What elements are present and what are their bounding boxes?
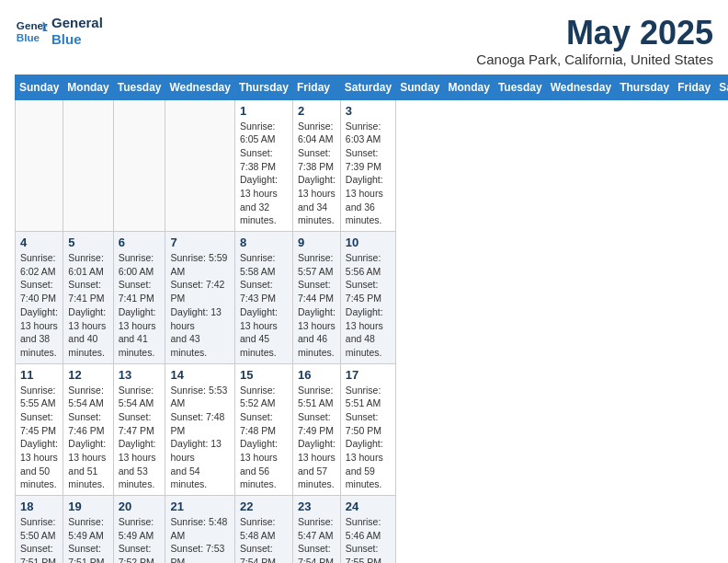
day-info: Sunrise: 5:50 AM Sunset: 7:51 PM Dayligh… — [20, 515, 58, 563]
calendar-day: 4Sunrise: 6:02 AM Sunset: 7:40 PM Daylig… — [16, 232, 63, 364]
day-info: Sunrise: 6:01 AM Sunset: 7:41 PM Dayligh… — [68, 251, 108, 360]
day-number: 10 — [346, 236, 391, 249]
day-info: Sunrise: 5:58 AM Sunset: 7:43 PM Dayligh… — [240, 251, 288, 360]
calendar-day: 10Sunrise: 5:56 AM Sunset: 7:45 PM Dayli… — [340, 232, 395, 364]
col-header-sunday: Sunday — [396, 75, 444, 99]
day-info: Sunrise: 6:02 AM Sunset: 7:40 PM Dayligh… — [20, 251, 58, 360]
calendar-day — [113, 99, 165, 232]
calendar-day: 6Sunrise: 6:00 AM Sunset: 7:41 PM Daylig… — [113, 232, 165, 364]
calendar-day — [63, 99, 113, 232]
calendar-table: SundayMondayTuesdayWednesdayThursdayFrid… — [15, 75, 728, 563]
calendar-day: 1Sunrise: 6:05 AM Sunset: 7:38 PM Daylig… — [234, 99, 292, 232]
day-info: Sunrise: 5:57 AM Sunset: 7:44 PM Dayligh… — [298, 251, 336, 360]
day-number: 22 — [240, 500, 288, 513]
calendar-day: 11Sunrise: 5:55 AM Sunset: 7:45 PM Dayli… — [16, 363, 63, 496]
header-tuesday: Tuesday — [113, 75, 165, 99]
day-info: Sunrise: 5:56 AM Sunset: 7:45 PM Dayligh… — [346, 251, 391, 360]
calendar-day — [16, 99, 63, 232]
day-number: 16 — [298, 368, 336, 382]
header-saturday: Saturday — [340, 75, 395, 99]
calendar-day: 19Sunrise: 5:49 AM Sunset: 7:51 PM Dayli… — [63, 496, 113, 563]
day-number: 6 — [119, 236, 161, 249]
calendar-day: 3Sunrise: 6:03 AM Sunset: 7:39 PM Daylig… — [340, 99, 395, 232]
calendar-day: 12Sunrise: 5:54 AM Sunset: 7:46 PM Dayli… — [63, 363, 113, 496]
calendar-day: 5Sunrise: 6:01 AM Sunset: 7:41 PM Daylig… — [63, 232, 113, 364]
day-info: Sunrise: 5:49 AM Sunset: 7:52 PM Dayligh… — [119, 515, 161, 563]
logo: General Blue General Blue — [15, 15, 103, 48]
day-number: 7 — [170, 236, 229, 249]
month-title: May 2025 — [476, 15, 713, 52]
location: Canoga Park, California, United States — [476, 52, 713, 67]
day-info: Sunrise: 5:54 AM Sunset: 7:46 PM Dayligh… — [68, 384, 108, 492]
day-info: Sunrise: 6:04 AM Sunset: 7:38 PM Dayligh… — [298, 120, 336, 228]
calendar-day: 8Sunrise: 5:58 AM Sunset: 7:43 PM Daylig… — [234, 232, 292, 364]
calendar-week-3: 11Sunrise: 5:55 AM Sunset: 7:45 PM Dayli… — [16, 363, 729, 496]
header-sunday: Sunday — [16, 75, 63, 99]
day-number: 24 — [346, 500, 391, 513]
header-monday: Monday — [63, 75, 113, 99]
col-header-thursday: Thursday — [616, 75, 674, 99]
day-number: 12 — [68, 368, 108, 382]
calendar-week-2: 4Sunrise: 6:02 AM Sunset: 7:40 PM Daylig… — [16, 232, 729, 364]
col-header-friday: Friday — [674, 75, 715, 99]
calendar-day: 2Sunrise: 6:04 AM Sunset: 7:38 PM Daylig… — [292, 99, 340, 232]
day-info: Sunrise: 5:55 AM Sunset: 7:45 PM Dayligh… — [20, 384, 58, 492]
calendar-day: 7Sunrise: 5:59 AM Sunset: 7:42 PM Daylig… — [165, 232, 234, 364]
day-number: 3 — [346, 104, 391, 118]
day-info: Sunrise: 5:46 AM Sunset: 7:55 PM Dayligh… — [346, 515, 391, 563]
calendar-day: 22Sunrise: 5:48 AM Sunset: 7:54 PM Dayli… — [234, 496, 292, 563]
header-wednesday: Wednesday — [165, 75, 234, 99]
calendar-day: 13Sunrise: 5:54 AM Sunset: 7:47 PM Dayli… — [113, 363, 165, 496]
calendar-header-row: SundayMondayTuesdayWednesdayThursdayFrid… — [16, 75, 729, 99]
calendar-week-1: 1Sunrise: 6:05 AM Sunset: 7:38 PM Daylig… — [16, 99, 729, 232]
day-info: Sunrise: 5:59 AM Sunset: 7:42 PM Dayligh… — [170, 251, 229, 360]
day-number: 15 — [240, 368, 288, 382]
header-friday: Friday — [292, 75, 340, 99]
col-header-monday: Monday — [444, 75, 494, 99]
day-info: Sunrise: 6:00 AM Sunset: 7:41 PM Dayligh… — [119, 251, 161, 360]
day-info: Sunrise: 5:49 AM Sunset: 7:51 PM Dayligh… — [68, 515, 108, 563]
day-info: Sunrise: 6:05 AM Sunset: 7:38 PM Dayligh… — [240, 120, 288, 228]
day-number: 20 — [119, 500, 161, 513]
day-number: 11 — [20, 368, 58, 382]
calendar-day: 16Sunrise: 5:51 AM Sunset: 7:49 PM Dayli… — [292, 363, 340, 496]
title-area: May 2025 Canoga Park, California, United… — [476, 15, 713, 67]
day-info: Sunrise: 6:03 AM Sunset: 7:39 PM Dayligh… — [346, 120, 391, 228]
calendar-week-4: 18Sunrise: 5:50 AM Sunset: 7:51 PM Dayli… — [16, 496, 729, 563]
day-info: Sunrise: 5:54 AM Sunset: 7:47 PM Dayligh… — [119, 384, 161, 492]
day-number: 21 — [170, 500, 229, 513]
day-number: 5 — [68, 236, 108, 249]
day-info: Sunrise: 5:53 AM Sunset: 7:48 PM Dayligh… — [170, 384, 229, 492]
calendar-day: 14Sunrise: 5:53 AM Sunset: 7:48 PM Dayli… — [165, 363, 234, 496]
day-number: 2 — [298, 104, 336, 118]
calendar-day: 18Sunrise: 5:50 AM Sunset: 7:51 PM Dayli… — [16, 496, 63, 563]
day-number: 14 — [170, 368, 229, 382]
day-number: 8 — [240, 236, 288, 249]
day-info: Sunrise: 5:47 AM Sunset: 7:54 PM Dayligh… — [298, 515, 336, 563]
calendar-day: 9Sunrise: 5:57 AM Sunset: 7:44 PM Daylig… — [292, 232, 340, 364]
header-thursday: Thursday — [234, 75, 292, 99]
day-info: Sunrise: 5:48 AM Sunset: 7:54 PM Dayligh… — [240, 515, 288, 563]
calendar-day: 24Sunrise: 5:46 AM Sunset: 7:55 PM Dayli… — [340, 496, 395, 563]
calendar-day — [165, 99, 234, 232]
page-header: General Blue General Blue May 2025 Canog… — [15, 15, 713, 67]
calendar-day: 23Sunrise: 5:47 AM Sunset: 7:54 PM Dayli… — [292, 496, 340, 563]
day-number: 9 — [298, 236, 336, 249]
svg-text:Blue: Blue — [17, 31, 40, 43]
day-number: 13 — [119, 368, 161, 382]
day-number: 1 — [240, 104, 288, 118]
day-info: Sunrise: 5:51 AM Sunset: 7:49 PM Dayligh… — [298, 384, 336, 492]
day-info: Sunrise: 5:51 AM Sunset: 7:50 PM Dayligh… — [346, 384, 391, 492]
calendar-day: 15Sunrise: 5:52 AM Sunset: 7:48 PM Dayli… — [234, 363, 292, 496]
logo-text-general: General — [51, 15, 103, 31]
day-info: Sunrise: 5:48 AM Sunset: 7:53 PM Dayligh… — [170, 515, 229, 563]
logo-icon: General Blue — [15, 15, 48, 48]
day-info: Sunrise: 5:52 AM Sunset: 7:48 PM Dayligh… — [240, 384, 288, 492]
calendar-day: 17Sunrise: 5:51 AM Sunset: 7:50 PM Dayli… — [340, 363, 395, 496]
col-header-saturday: Saturday — [715, 75, 728, 99]
day-number: 23 — [298, 500, 336, 513]
col-header-tuesday: Tuesday — [494, 75, 546, 99]
col-header-wednesday: Wednesday — [546, 75, 615, 99]
calendar-day: 20Sunrise: 5:49 AM Sunset: 7:52 PM Dayli… — [113, 496, 165, 563]
logo-text-blue: Blue — [51, 31, 103, 48]
